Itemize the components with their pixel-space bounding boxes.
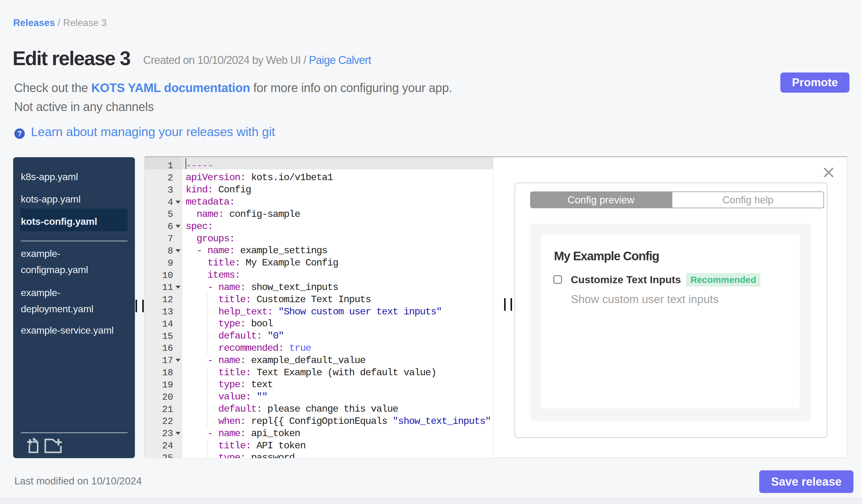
svg-text:?: ? (17, 129, 22, 137)
